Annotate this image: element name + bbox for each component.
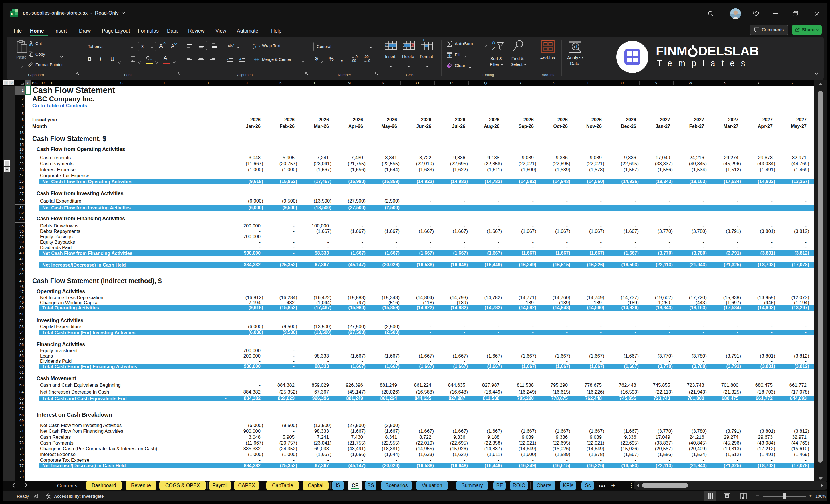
svg-text:x: x — [11, 11, 13, 16]
svg-text:Z: Z — [492, 46, 495, 52]
svg-text:A: A — [492, 40, 495, 45]
svg-text:ab: ab — [228, 43, 232, 48]
svg-text:c: c — [253, 46, 255, 49]
